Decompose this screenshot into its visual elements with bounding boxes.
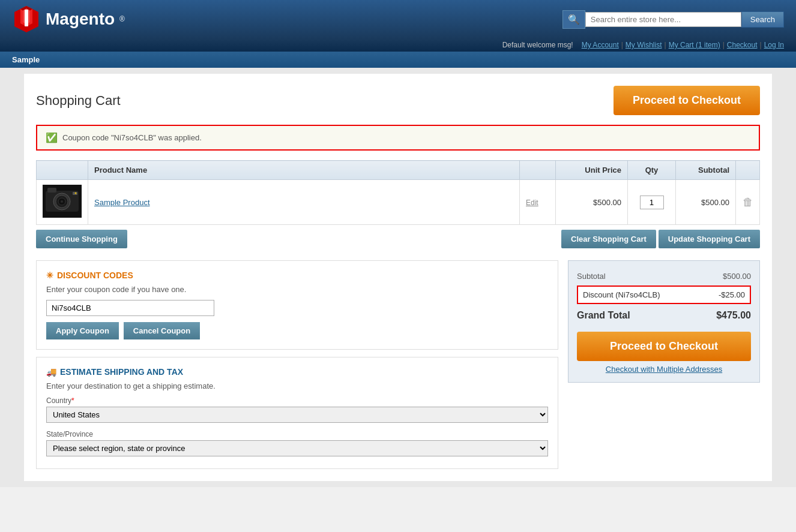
- col-edit: [520, 161, 556, 180]
- nav-bar-sample[interactable]: Sample: [12, 55, 40, 64]
- header-nav: Default welcome msg! My Account | My Wis…: [0, 38, 796, 52]
- discount-label: Discount (Ni7so4CLB): [583, 290, 660, 299]
- state-select[interactable]: Please select region, state or province …: [46, 440, 548, 456]
- search-input[interactable]: [585, 12, 741, 27]
- order-totals: Subtotal $500.00 Discount (Ni7so4CLB) -$…: [568, 260, 760, 383]
- nav-link-my-account[interactable]: My Account: [582, 41, 619, 49]
- apply-coupon-button[interactable]: Apply Coupon: [46, 322, 119, 339]
- discount-value: -$25.00: [719, 290, 745, 299]
- proceed-to-checkout-top-button[interactable]: Proceed to Checkout: [614, 86, 760, 115]
- col-subtotal: Subtotal: [676, 161, 736, 180]
- nav-link-checkout[interactable]: Checkout: [727, 41, 758, 49]
- nav-link-my-wishlist[interactable]: My Wishlist: [626, 41, 662, 49]
- cart-btn-right: Clear Shopping Cart Update Shopping Cart: [561, 230, 760, 248]
- cart-actions: Continue Shopping Clear Shopping Cart Up…: [36, 230, 760, 248]
- product-image: [43, 185, 82, 218]
- success-icon: ✅: [46, 132, 58, 143]
- grand-total-value: $475.00: [716, 310, 751, 321]
- nav-link-log-in[interactable]: Log In: [764, 41, 784, 49]
- col-image: [37, 161, 88, 180]
- coupon-success-message: ✅ Coupon code "Ni7so4CLB" was applied.: [36, 125, 760, 151]
- bottom-panels: ✳ DISCOUNT CODES Enter your coupon code …: [36, 260, 760, 469]
- update-shopping-cart-button[interactable]: Update Shopping Cart: [659, 230, 760, 248]
- coupon-code-input[interactable]: [46, 300, 214, 316]
- continue-shopping-button[interactable]: Continue Shopping: [36, 230, 127, 248]
- col-delete: [736, 161, 760, 180]
- unit-price-cell: $500.00: [556, 180, 628, 225]
- subtotal-row: Subtotal $500.00: [577, 269, 751, 283]
- col-qty: Qty: [628, 161, 676, 180]
- cancel-coupon-button[interactable]: Cancel Coupon: [124, 322, 200, 339]
- shipping-truck-icon: 🚚: [46, 367, 56, 377]
- subtotal-label: Subtotal: [577, 272, 606, 281]
- estimate-shipping-panel: 🚚 ESTIMATE SHIPPING AND TAX Enter your d…: [36, 357, 558, 469]
- proceed-to-checkout-bottom-button[interactable]: Proceed to Checkout: [577, 332, 751, 361]
- delete-icon[interactable]: 🗑: [743, 196, 753, 208]
- product-name-cell: Sample Product: [88, 180, 520, 225]
- search-icon: 🔍: [568, 14, 580, 25]
- col-product-name: Product Name: [88, 161, 520, 180]
- discount-panel-desc: Enter your coupon code if you have one.: [46, 285, 548, 294]
- qty-input[interactable]: [640, 196, 664, 209]
- discount-panel-title-text: DISCOUNT CODES: [57, 270, 133, 280]
- logo: Magento®: [12, 5, 125, 34]
- left-panels: ✳ DISCOUNT CODES Enter your coupon code …: [36, 260, 558, 469]
- cart-table: Product Name Unit Price Qty Subtotal: [36, 160, 760, 225]
- checkout-multiple-addresses-link[interactable]: Checkout with Multiple Addresses: [577, 365, 751, 374]
- svg-point-10: [61, 200, 63, 203]
- delete-cell: 🗑: [736, 180, 760, 225]
- logo-reg: ®: [119, 15, 125, 23]
- table-row: Sample Product Edit $500.00 $500.00 🗑: [37, 180, 760, 225]
- discount-panel-title: ✳ DISCOUNT CODES: [46, 270, 548, 280]
- edit-cell: Edit: [520, 180, 556, 225]
- welcome-message: Default welcome msg!: [502, 41, 573, 49]
- edit-link[interactable]: Edit: [526, 199, 538, 207]
- subtotal-cell: $500.00: [676, 180, 736, 225]
- clear-shopping-cart-button[interactable]: Clear Shopping Cart: [561, 230, 656, 248]
- search-button[interactable]: Search: [741, 11, 784, 28]
- page-header: Shopping Cart Proceed to Checkout: [36, 86, 760, 115]
- shipping-panel-title: 🚚 ESTIMATE SHIPPING AND TAX: [46, 367, 548, 377]
- shipping-panel-desc: Enter your destination to get a shipping…: [46, 381, 548, 390]
- country-label: Country*: [46, 396, 548, 405]
- shipping-panel-title-text: ESTIMATE SHIPPING AND TAX: [60, 367, 183, 377]
- discount-star-icon: ✳: [46, 270, 53, 280]
- subtotal-value: $500.00: [723, 272, 751, 281]
- nav-bar: Sample: [0, 52, 796, 68]
- main-content: Shopping Cart Proceed to Checkout ✅ Coup…: [24, 74, 772, 481]
- nav-link-my-cart[interactable]: My Cart (1 item): [669, 41, 720, 49]
- product-name-link[interactable]: Sample Product: [94, 198, 150, 207]
- page-title: Shopping Cart: [36, 93, 121, 109]
- discount-row: Discount (Ni7so4CLB) -$25.00: [577, 285, 751, 304]
- state-label: State/Province: [46, 430, 548, 438]
- svg-point-13: [75, 193, 77, 194]
- discount-codes-panel: ✳ DISCOUNT CODES Enter your coupon code …: [36, 260, 558, 350]
- coupon-actions: Apply Coupon Cancel Coupon: [46, 322, 548, 339]
- grand-total-row: Grand Total $475.00: [577, 306, 751, 324]
- product-image-cell: [37, 180, 88, 225]
- svg-rect-3: [25, 10, 28, 26]
- svg-rect-11: [47, 188, 56, 193]
- search-area: 🔍 Search: [562, 10, 784, 29]
- magento-logo-icon: [12, 5, 41, 34]
- col-unit-price: Unit Price: [556, 161, 628, 180]
- logo-text: Magento: [46, 10, 115, 29]
- totals-panel: Subtotal $500.00 Discount (Ni7so4CLB) -$…: [568, 260, 760, 469]
- country-select[interactable]: United States Canada United Kingdom Aust…: [46, 407, 548, 423]
- grand-total-label: Grand Total: [577, 310, 630, 321]
- qty-cell: [628, 180, 676, 225]
- search-icon-box: 🔍: [562, 10, 585, 29]
- success-text: Coupon code "Ni7so4CLB" was applied.: [62, 133, 202, 142]
